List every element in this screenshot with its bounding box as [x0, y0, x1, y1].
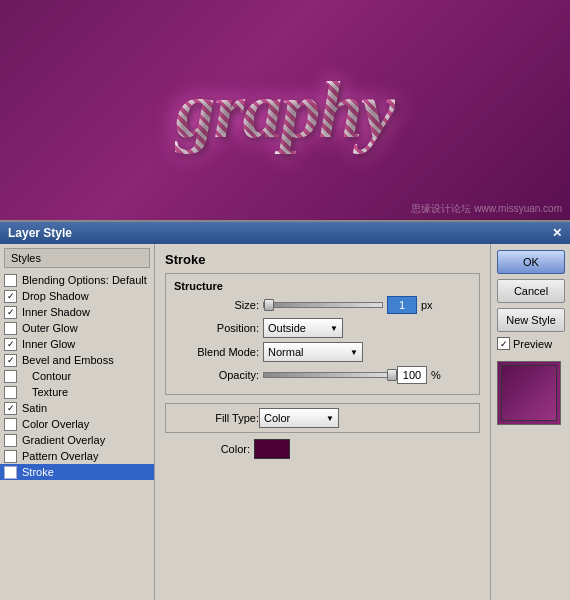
checkbox-satin[interactable]: [4, 402, 17, 415]
blend-mode-dropdown[interactable]: Normal ▼: [263, 342, 363, 362]
canvas-preview: graphy 思缘设计论坛 www.missyuan.com: [0, 0, 570, 220]
size-label: Size:: [174, 299, 259, 311]
checkbox-outer-glow[interactable]: [4, 322, 17, 335]
sidebar-item-blending[interactable]: Blending Options: Default: [0, 272, 154, 288]
preview-text: graphy: [175, 65, 394, 156]
fill-type-section: Fill Type: Color ▼: [165, 403, 480, 433]
dialog-main-content: Styles Blending Options: DefaultDrop Sha…: [0, 244, 570, 600]
left-panel: Styles Blending Options: DefaultDrop Sha…: [0, 244, 155, 600]
layer-item-label-contour: Contour: [32, 370, 71, 382]
checkbox-color-overlay[interactable]: [4, 418, 17, 431]
cancel-button[interactable]: Cancel: [497, 279, 565, 303]
checkbox-pattern-overlay[interactable]: [4, 450, 17, 463]
sidebar-item-inner-shadow[interactable]: Inner Shadow: [0, 304, 154, 320]
position-dropdown[interactable]: Outside ▼: [263, 318, 343, 338]
layer-item-label-color-overlay: Color Overlay: [22, 418, 89, 430]
button-panel: OK Cancel New Style Preview: [490, 244, 570, 600]
sidebar-item-pattern-overlay[interactable]: Pattern Overlay: [0, 448, 154, 464]
preview-checkbox[interactable]: [497, 337, 510, 350]
blend-mode-label: Blend Mode:: [174, 346, 259, 358]
checkbox-gradient-overlay[interactable]: [4, 434, 17, 447]
checkbox-bevel-emboss[interactable]: [4, 354, 17, 367]
layer-item-label-inner-glow: Inner Glow: [22, 338, 75, 350]
layer-item-label-gradient-overlay: Gradient Overlay: [22, 434, 105, 446]
sidebar-item-stroke[interactable]: Stroke: [0, 464, 154, 480]
preview-checkbox-row: Preview: [497, 337, 564, 350]
opacity-input[interactable]: [397, 366, 427, 384]
sidebar-item-satin[interactable]: Satin: [0, 400, 154, 416]
opacity-row: Opacity: %: [174, 366, 471, 384]
color-swatch[interactable]: [254, 439, 290, 459]
fill-type-label: Fill Type:: [174, 412, 259, 424]
checkbox-texture[interactable]: [4, 386, 17, 399]
ok-button[interactable]: OK: [497, 250, 565, 274]
color-label: Color:: [165, 443, 250, 455]
preview-thumb-inner: [501, 365, 557, 421]
size-input[interactable]: [387, 296, 417, 314]
close-button[interactable]: ✕: [552, 226, 562, 240]
sidebar-item-inner-glow[interactable]: Inner Glow: [0, 336, 154, 352]
dialog-title: Layer Style: [8, 226, 72, 240]
size-unit: px: [421, 299, 433, 311]
sidebar-item-gradient-overlay[interactable]: Gradient Overlay: [0, 432, 154, 448]
opacity-label: Opacity:: [174, 369, 259, 381]
sidebar-item-outer-glow[interactable]: Outer Glow: [0, 320, 154, 336]
layer-item-label-blending: Blending Options: Default: [22, 274, 147, 286]
color-row: Color:: [165, 439, 480, 459]
checkbox-blending[interactable]: [4, 274, 17, 287]
layer-item-label-stroke: Stroke: [22, 466, 54, 478]
checkbox-drop-shadow[interactable]: [4, 290, 17, 303]
opacity-slider[interactable]: [263, 372, 393, 378]
checkbox-contour[interactable]: [4, 370, 17, 383]
structure-section: Structure Size: px Position: Outside ▼: [165, 273, 480, 395]
fill-type-dropdown[interactable]: Color ▼: [259, 408, 339, 428]
watermark: 思缘设计论坛 www.missyuan.com: [411, 202, 562, 216]
size-slider[interactable]: [263, 302, 383, 308]
structure-title: Structure: [174, 280, 471, 292]
checkbox-inner-glow[interactable]: [4, 338, 17, 351]
new-style-button[interactable]: New Style: [497, 308, 565, 332]
layer-item-label-drop-shadow: Drop Shadow: [22, 290, 89, 302]
preview-label: Preview: [513, 338, 552, 350]
size-row: Size: px: [174, 296, 471, 314]
checkbox-stroke[interactable]: [4, 466, 17, 479]
layer-item-label-pattern-overlay: Pattern Overlay: [22, 450, 98, 462]
blend-mode-row: Blend Mode: Normal ▼: [174, 342, 471, 362]
layer-item-label-texture: Texture: [32, 386, 68, 398]
styles-header[interactable]: Styles: [4, 248, 150, 268]
sidebar-item-bevel-emboss[interactable]: Bevel and Emboss: [0, 352, 154, 368]
position-row: Position: Outside ▼: [174, 318, 471, 338]
layer-items-list: Blending Options: DefaultDrop ShadowInne…: [0, 272, 154, 480]
sidebar-item-texture[interactable]: Texture: [0, 384, 154, 400]
sidebar-item-drop-shadow[interactable]: Drop Shadow: [0, 288, 154, 304]
stroke-settings-panel: Stroke Structure Size: px Position:: [155, 244, 490, 600]
sidebar-item-color-overlay[interactable]: Color Overlay: [0, 416, 154, 432]
checkbox-inner-shadow[interactable]: [4, 306, 17, 319]
position-label: Position:: [174, 322, 259, 334]
dialog-title-bar: Layer Style ✕: [0, 222, 570, 244]
layer-item-label-satin: Satin: [22, 402, 47, 414]
opacity-unit: %: [431, 369, 441, 381]
sidebar-item-contour[interactable]: Contour: [0, 368, 154, 384]
layer-item-label-outer-glow: Outer Glow: [22, 322, 78, 334]
layer-item-label-bevel-emboss: Bevel and Emboss: [22, 354, 114, 366]
preview-thumbnail: [497, 361, 561, 425]
stroke-title: Stroke: [165, 252, 480, 267]
layer-style-dialog: Layer Style ✕ Styles Blending Options: D…: [0, 220, 570, 600]
layer-item-label-inner-shadow: Inner Shadow: [22, 306, 90, 318]
